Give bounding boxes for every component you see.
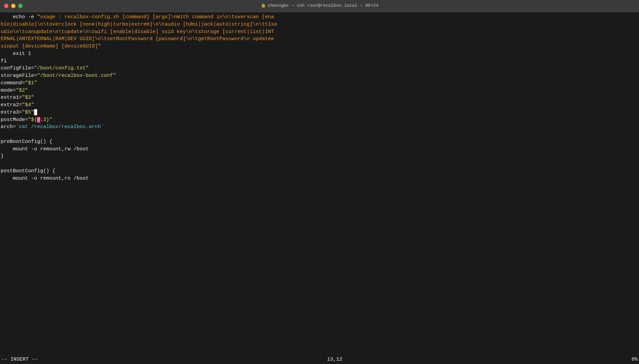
terminal-line-command: command="$1" <box>0 80 639 87</box>
terminal-line-5: sinput [deviceName] [deviceGUID]" <box>0 43 639 50</box>
cursor <box>34 109 37 115</box>
terminal-line-storagefile: storageFile="/boot/recalbox-boot.conf" <box>0 72 639 80</box>
terminal-line-mount-rw: mount -o remount,rw /boot <box>0 146 639 153</box>
title-bar: 🔒 cheungbx — ssh root@recalbox.local — 9… <box>0 0 639 12</box>
cursor-char: @ <box>37 117 40 123</box>
terminal-line-postbootconfig: postBootConfig() { <box>0 168 639 175</box>
terminal-line-4: ERNAL|ANYEXTERNAL|RAM|DEV UUID]\n\tsetRo… <box>0 35 639 43</box>
minimize-button[interactable] <box>11 4 16 8</box>
traffic-lights <box>4 4 23 8</box>
terminal-body[interactable]: echo -e "usage : recalbox-config.sh [com… <box>0 12 639 364</box>
status-bar: -- INSERT -- 13,12 0% <box>0 355 639 364</box>
terminal-line-extra3: extra3="$5" <box>0 109 639 116</box>
cursor-position: 13,12 <box>327 356 342 363</box>
terminal-line-2: ble|disable]\n\toverclock [none|high|tur… <box>0 21 639 28</box>
terminal-line-6: exit 1 <box>0 50 639 58</box>
terminal-line-blank1 <box>0 131 639 138</box>
window-title: 🔒 cheungbx — ssh root@recalbox.local — 9… <box>261 3 379 9</box>
terminal-line-configfile: configFile="/boot/config.txt" <box>0 65 639 72</box>
maximize-button[interactable] <box>18 4 23 8</box>
terminal-line-extra2: extra2="$4" <box>0 101 639 109</box>
terminal-line-3: udio\n\tcanupdate\n\tupdate\n\twifi [ena… <box>0 28 639 36</box>
title-label: cheungbx — ssh root@recalbox.local — 90×… <box>268 3 379 9</box>
terminal-line-mount-ro: mount -o remount,ro /boot <box>0 175 639 182</box>
terminal-line-fi: fi <box>0 58 639 65</box>
terminal-line-1: echo -e "usage : recalbox-config.sh [com… <box>0 13 639 21</box>
close-button[interactable] <box>4 4 8 8</box>
terminal-line-prebootconfig: preBootConfig() { <box>0 138 639 146</box>
terminal-line-blank2 <box>0 160 639 168</box>
terminal-line-postmode: postMode="${@:3}" <box>0 116 639 124</box>
terminal-line-extra1: extra1="$3" <box>0 94 639 101</box>
scroll-percent: 0% <box>632 356 638 363</box>
terminal-line-mode: mode="$2" <box>0 87 639 94</box>
terminal-line-arch: arch=`cat /recalbox/recalbox.arch` <box>0 123 639 131</box>
vim-mode: -- INSERT -- <box>1 356 38 363</box>
terminal-line-brace1: } <box>0 153 639 160</box>
lock-icon: 🔒 <box>261 3 266 9</box>
